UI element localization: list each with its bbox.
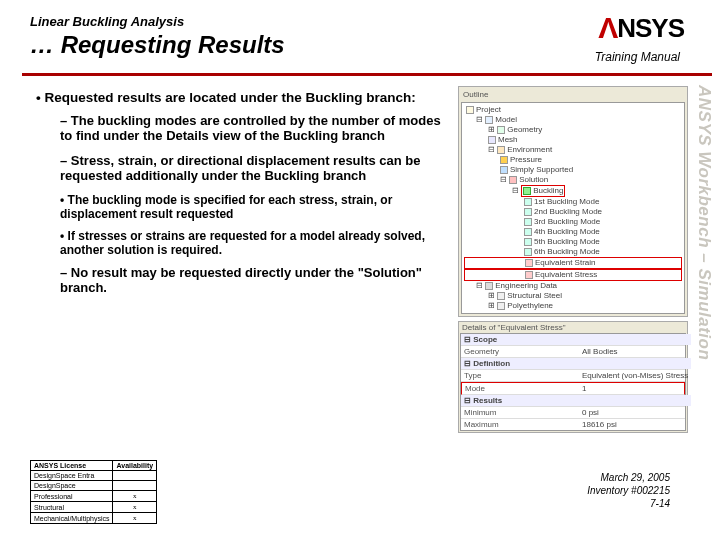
license-header: ANSYS License [31,461,113,471]
footer: March 29, 2005 Inventory #002215 7-14 [587,471,670,510]
slide-title: … Requesting Results [30,31,285,59]
tree-item-pressure[interactable]: Pressure [464,155,682,165]
tree-item-eq-strain[interactable]: Equivalent Strain [464,257,682,269]
footer-date: March 29, 2005 [587,471,670,484]
tree-item-environment[interactable]: ⊟ Environment [464,145,682,155]
details-row: Maximum18616 psi [461,419,685,430]
tree-item-buckling-mode[interactable]: 4th Buckling Mode [464,227,682,237]
bullet-level1: Requested results are located under the … [36,90,450,105]
ansys-logo: ΛNSYS [598,10,684,44]
details-row: Minimum0 psi [461,407,685,419]
tree-item-buckling-mode[interactable]: 5th Buckling Mode [464,237,682,247]
tree-item-buckling-mode[interactable]: 3rd Buckling Mode [464,217,682,227]
tree-item-material[interactable]: ⊞ Polyethylene [464,301,682,311]
bullet-level2: Stress, strain, or directional displacem… [60,153,450,183]
divider [22,73,712,76]
outline-panel: Outline Project ⊟ Model ⊞ Geometry Mesh … [458,86,688,317]
license-row: DesignSpace Entra [31,471,113,481]
tree-item-solution[interactable]: ⊟ Solution [464,175,682,185]
license-table: ANSYS LicenseAvailability DesignSpace En… [30,460,157,524]
license-row: DesignSpace [31,481,113,491]
license-row: Structural [31,502,113,513]
pretitle: Linear Buckling Analysis [30,14,690,29]
tree-item-model[interactable]: ⊟ Model [464,115,682,125]
availability-header: Availability [113,461,157,471]
outline-title: Outline [461,89,685,101]
details-title: Details of "Equivalent Stress" [459,322,687,333]
license-row: Professional [31,491,113,502]
sidebar-label: ANSYS Workbench – Simulation [694,85,714,360]
bullet-level3: If stresses or strains are requested for… [60,229,450,257]
tree-item-project[interactable]: Project [464,105,682,115]
tree-item-buckling-mode[interactable]: 6th Buckling Mode [464,247,682,257]
details-header-scope: ⊟ Scope [461,334,691,345]
tree-item-simply-supported[interactable]: Simply Supported [464,165,682,175]
tree-item-eq-stress[interactable]: Equivalent Stress [464,269,682,281]
tree-item-buckling-mode[interactable]: 1st Buckling Mode [464,197,682,207]
license-row: Mechanical/Multiphysics [31,513,113,524]
footer-inventory: Inventory #002215 [587,484,670,497]
tree-item-material[interactable]: ⊞ Structural Steel [464,291,682,301]
details-header-results: ⊟ Results [461,395,691,406]
details-panel: Details of "Equivalent Stress" ⊟ Scope G… [458,321,688,433]
tree-item-mesh[interactable]: Mesh [464,135,682,145]
footer-page: 7-14 [587,497,670,510]
details-row[interactable]: TypeEquivalent (von-Mises) Stress [461,370,685,382]
tree-item-eng-data[interactable]: ⊟ Engineering Data [464,281,682,291]
tree-item-buckling[interactable]: ⊟ Buckling [464,185,682,197]
details-row-mode[interactable]: Mode1 [461,382,685,395]
bullet-level2: No result may be requested directly unde… [60,265,450,295]
tree-item-buckling-mode[interactable]: 2nd Buckling Mode [464,207,682,217]
details-header-definition: ⊟ Definition [461,358,691,369]
details-row[interactable]: GeometryAll Bodies [461,346,685,358]
training-manual-label: Training Manual [595,50,680,64]
bullet-level2: The buckling modes are controlled by the… [60,113,450,143]
tree-item-geometry[interactable]: ⊞ Geometry [464,125,682,135]
bullet-level3: The buckling mode is specified for each … [60,193,450,221]
